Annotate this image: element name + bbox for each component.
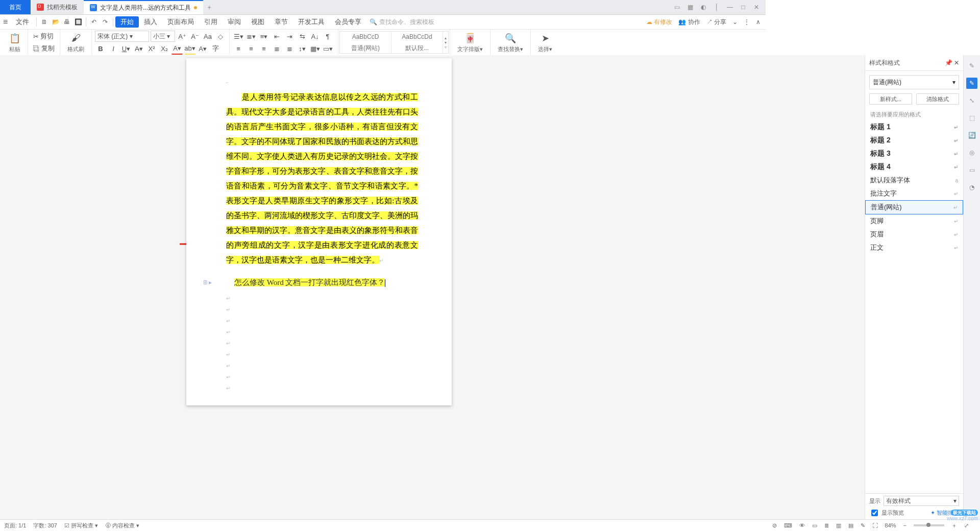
copy-button[interactable]: ⿻ 复制 [31, 43, 57, 54]
title-bar: 首页 找稻壳模板 文字是人类用符...远的方式和工具 ＋ ▭ ▦ ◐ │ — □… [0, 0, 766, 15]
text-layout-icon: 🀄 [464, 32, 476, 44]
coop-button[interactable]: 👥 协作 [678, 18, 700, 27]
menu-start[interactable]: 开始 [115, 16, 139, 28]
empty-paragraph-marks: ↵↵↵↵↵↵↵↵↵ [226, 293, 230, 394]
clear-format-icon[interactable]: ◇ [215, 31, 226, 42]
subscript-button[interactable]: X₂ [159, 43, 170, 54]
more-icon[interactable]: ⋮ [744, 18, 750, 26]
qat-new-icon[interactable]: 🗎 [39, 16, 50, 28]
font-size-select[interactable]: 小三 ▾ [151, 31, 175, 42]
menu-pagelayout[interactable]: 页面布局 [162, 17, 199, 27]
tab-home[interactable]: 首页 [0, 0, 31, 14]
magnifier-icon: 🔍 [505, 32, 516, 44]
linespacing-icon[interactable]: ↕▾ [297, 43, 308, 54]
template-icon [37, 4, 44, 11]
format-brush-button[interactable]: 🖌 格式刷 [63, 32, 88, 53]
line-icon[interactable]: │ [713, 3, 721, 11]
change-case-icon[interactable]: Aa [202, 31, 213, 42]
document-page: ⌐ 缩进是人类用符号记录表达信息以传之久远的方式和工具。现代文字大多是记录语言的… [186, 58, 452, 405]
expand-icon[interactable]: ∧ [756, 18, 761, 26]
bold-button[interactable]: B [95, 43, 106, 54]
find-replace-button[interactable]: 🔍 查找替换▾ [494, 32, 527, 53]
grow-font-icon[interactable]: A⁺ [177, 31, 188, 42]
sort-icon[interactable]: A↓ [309, 31, 321, 42]
tab-skin[interactable]: 找稻壳模板 [31, 0, 84, 14]
align-left-icon[interactable]: ≡ [233, 43, 244, 54]
qat-redo-icon[interactable]: ↷ [100, 16, 111, 28]
italic-button[interactable]: I [108, 43, 119, 54]
menu-file[interactable]: 文件 [11, 17, 34, 27]
paragraph-hint-icon[interactable]: 🗎▸ [203, 279, 212, 286]
close-icon[interactable]: ✕ [752, 3, 761, 11]
align-center-icon[interactable]: ≡ [246, 43, 257, 54]
cloud-sync-icon[interactable]: ☁ 有修改 [646, 18, 672, 27]
tab-doc-label: 文字是人类用符...远的方式和工具 [100, 4, 191, 12]
tab-skin-label: 找稻壳模板 [47, 3, 78, 12]
align-dist-icon[interactable]: ≣ [284, 43, 295, 54]
unsaved-dot-icon [194, 6, 197, 9]
chevron-down-icon[interactable]: ⌄ [732, 18, 738, 26]
paste-button[interactable]: 📋 粘贴 [5, 32, 24, 53]
ribbon: 📋 粘贴 ✂ 剪切 ⿻ 复制 🖌 格式刷 宋体 (正文) ▾ 小三 ▾ A⁺ A… [0, 30, 766, 56]
menu-view[interactable]: 视图 [246, 17, 270, 27]
font-name-select[interactable]: 宋体 (正文) ▾ [95, 31, 149, 42]
menu-review[interactable]: 审阅 [223, 17, 246, 27]
menu-chapter[interactable]: 章节 [270, 17, 293, 27]
numbering-icon[interactable]: ≣▾ [246, 31, 257, 42]
outdent-icon[interactable]: ⇤ [271, 31, 282, 42]
menu-bar: ≡ 文件 🗎 📂 🖶 🔲 ↶ ↷ 开始 插入 页面布局 引用 审阅 视图 章节 … [0, 15, 766, 30]
search-icon: 🔍 [370, 18, 377, 26]
paragraph-1[interactable]: 缩进是人类用符号记录表达信息以传之久远的方式和工具。现代文字大多是记录语言的工具… [226, 90, 418, 268]
minimize-icon[interactable]: — [726, 3, 734, 11]
share-button[interactable]: ↗ 分享 [706, 18, 726, 27]
underline-button[interactable]: U▾ [120, 43, 132, 54]
cut-button[interactable]: ✂ 剪切 [31, 31, 56, 42]
workspace: ⌐ 缩进是人类用符号记录表达信息以传之久远的方式和工具。现代文字大多是记录语言的… [0, 55, 766, 415]
menu-reference[interactable]: 引用 [199, 17, 223, 27]
highlight-button[interactable]: ab▾ [184, 42, 195, 55]
superscript-button[interactable]: X² [146, 43, 157, 54]
clipboard-icon: 📋 [9, 32, 20, 44]
paragraph-2[interactable]: 怎么修改 Word 文档一打字就出现红色字体？ [234, 278, 408, 287]
qat-print-icon[interactable]: 🖶 [61, 16, 72, 28]
add-tab-button[interactable]: ＋ [203, 0, 215, 14]
menu-member[interactable]: 会员专享 [330, 17, 366, 27]
qat-open-icon[interactable]: 📂 [50, 16, 61, 28]
strike-button[interactable]: A̶▾ [133, 43, 144, 54]
document-area[interactable]: ⌐ 缩进是人类用符号记录表达信息以传之久远的方式和工具。现代文字大多是记录语言的… [0, 55, 766, 415]
qat-preview-icon[interactable]: 🔲 [72, 16, 84, 28]
multilevel-icon[interactable]: ≡▾ [258, 31, 270, 42]
menu-dev[interactable]: 开发工具 [293, 17, 330, 27]
command-search[interactable]: 🔍 查找命令、搜索模板 [370, 18, 434, 27]
search-placeholder: 查找命令、搜索模板 [379, 18, 434, 27]
text-layout-button[interactable]: 🀄 文字排版▾ [453, 32, 487, 53]
corner-mark-icon: ⌐ [226, 80, 229, 85]
indent-icon[interactable]: ⇥ [284, 31, 295, 42]
user-icon[interactable]: ◐ [699, 3, 707, 11]
shrink-font-icon[interactable]: A⁻ [189, 31, 201, 42]
tabstops-icon[interactable]: ⇆ [297, 31, 308, 42]
showmarks-icon[interactable]: ¶ [322, 31, 333, 42]
cursor-icon: ➤ [542, 32, 549, 44]
font-bg-button[interactable]: A▾ [197, 43, 208, 54]
apps-icon[interactable]: ▦ [686, 3, 694, 11]
ruler-icon[interactable]: ▭ [673, 3, 681, 11]
hamburger-icon[interactable]: ≡ [0, 17, 11, 27]
brush-icon: 🖌 [71, 32, 81, 44]
select-button[interactable]: ➤ 选择▾ [534, 32, 556, 53]
shading-icon[interactable]: ▦▾ [309, 43, 321, 54]
qat-undo-icon[interactable]: ↶ [88, 16, 100, 28]
bullets-icon[interactable]: ☰▾ [233, 31, 244, 42]
font-color-button[interactable]: A▾ [172, 42, 183, 55]
word-doc-icon [90, 4, 97, 11]
maximize-icon[interactable]: □ [739, 3, 747, 11]
align-right-icon[interactable]: ≡ [258, 43, 270, 54]
title-controls: ▭ ▦ ◐ │ — □ ✕ [668, 0, 766, 14]
style-gallery[interactable]: AaBbCcD AaBbCcDd 普通(网站) 默认段... ▴▾▿ [339, 31, 449, 54]
tab-document[interactable]: 文字是人类用符...远的方式和工具 [84, 0, 203, 14]
phonetic-button[interactable]: 字 [210, 43, 221, 54]
borders-icon[interactable]: ▭▾ [322, 43, 333, 54]
menu-insert[interactable]: 插入 [139, 17, 162, 27]
align-justify-icon[interactable]: ≣ [271, 43, 282, 54]
